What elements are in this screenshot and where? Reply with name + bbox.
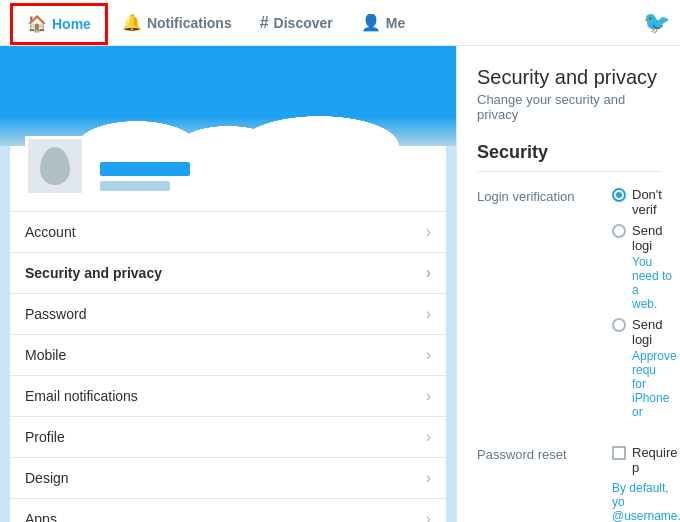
avatar-egg — [40, 147, 70, 185]
chevron-right-icon: › — [426, 428, 431, 446]
nav-notifications-label: Notifications — [147, 15, 232, 31]
menu-item-email[interactable]: Email notifications › — [10, 376, 446, 417]
login-verification-row: Login verification Don't verif Send logi… — [477, 187, 660, 425]
chevron-right-icon: › — [426, 469, 431, 487]
password-reset-checkbox-option: Require p — [612, 445, 680, 475]
chevron-right-icon: › — [426, 264, 431, 282]
profile-banner — [0, 46, 456, 146]
menu-item-apps[interactable]: Apps › — [10, 499, 446, 522]
radio-send-login-1-text: Send logi — [632, 223, 677, 253]
password-reset-label: Password reset — [477, 445, 597, 522]
profile-section — [10, 146, 446, 212]
menu-password-label: Password — [25, 306, 86, 322]
nav-me[interactable]: 👤 Me — [347, 0, 419, 46]
menu-profile-label: Profile — [25, 429, 65, 445]
radio-send-login-1-subtext: You need to aweb. — [632, 255, 677, 311]
menu-item-security[interactable]: Security and privacy › — [10, 253, 446, 294]
top-nav: 🏠 Home 🔔 Notifications # Discover 👤 Me 🐦 — [0, 0, 680, 46]
nav-me-label: Me — [386, 15, 405, 31]
settings-menu: Account › Security and privacy › Passwor… — [10, 212, 446, 522]
menu-account-label: Account — [25, 224, 76, 240]
radio-dont-verify-text: Don't verif — [632, 187, 677, 217]
menu-item-design[interactable]: Design › — [10, 458, 446, 499]
radio-send-login-1-dot[interactable] — [612, 224, 626, 238]
menu-item-mobile[interactable]: Mobile › — [10, 335, 446, 376]
password-reset-options: Require p By default, yo@username.addres… — [612, 445, 680, 522]
radio-dont-verify-dot[interactable] — [612, 188, 626, 202]
hash-icon: # — [260, 14, 269, 32]
nav-discover-label: Discover — [274, 15, 333, 31]
menu-design-label: Design — [25, 470, 69, 486]
profile-username-bar — [100, 181, 170, 191]
password-reset-subtext: By default, yo@username.address or p — [612, 481, 680, 522]
chevron-right-icon: › — [426, 305, 431, 323]
avatar — [25, 136, 85, 196]
login-verification-options: Don't verif Send logi You need to aweb. … — [612, 187, 677, 425]
radio-send-login-2: Send logi Approve requfor iPhone or — [612, 317, 677, 419]
radio-dont-verify: Don't verif — [612, 187, 677, 217]
nav-home-label: Home — [52, 16, 91, 32]
menu-item-profile[interactable]: Profile › — [10, 417, 446, 458]
chevron-right-icon: › — [426, 223, 431, 241]
radio-send-login-2-dot[interactable] — [612, 318, 626, 332]
radio-send-login-1: Send logi You need to aweb. — [612, 223, 677, 311]
section-subtitle: Change your security and privacy — [477, 92, 660, 122]
twitter-logo: 🐦 — [643, 10, 670, 36]
login-verification-label: Login verification — [477, 187, 597, 425]
profile-name-bar — [100, 162, 190, 176]
radio-send-login-2-subtext: Approve requfor iPhone or — [632, 349, 677, 419]
chevron-right-icon: › — [426, 346, 431, 364]
home-icon: 🏠 — [27, 14, 47, 33]
menu-apps-label: Apps — [25, 511, 57, 522]
bell-icon: 🔔 — [122, 13, 142, 32]
left-panel: Account › Security and privacy › Passwor… — [0, 46, 456, 522]
menu-item-password[interactable]: Password › — [10, 294, 446, 335]
nav-notifications[interactable]: 🔔 Notifications — [108, 0, 246, 46]
section-title: Security and privacy — [477, 66, 660, 89]
menu-email-label: Email notifications — [25, 388, 138, 404]
main-content: Account › Security and privacy › Passwor… — [0, 46, 680, 522]
menu-security-label: Security and privacy — [25, 265, 162, 281]
profile-name-area — [100, 162, 190, 191]
password-reset-checkbox[interactable] — [612, 446, 626, 460]
password-reset-row: Password reset Require p By default, yo@… — [477, 445, 660, 522]
right-panel: Security and privacy Change your securit… — [456, 46, 680, 522]
nav-home[interactable]: 🏠 Home — [10, 3, 108, 45]
chevron-right-icon: › — [426, 510, 431, 522]
menu-mobile-label: Mobile — [25, 347, 66, 363]
chevron-right-icon: › — [426, 387, 431, 405]
password-reset-checkbox-text: Require p — [632, 445, 680, 475]
nav-discover[interactable]: # Discover — [246, 0, 347, 46]
menu-item-account[interactable]: Account › — [10, 212, 446, 253]
security-header: Security — [477, 142, 660, 172]
radio-send-login-2-text: Send logi — [632, 317, 677, 347]
person-icon: 👤 — [361, 13, 381, 32]
